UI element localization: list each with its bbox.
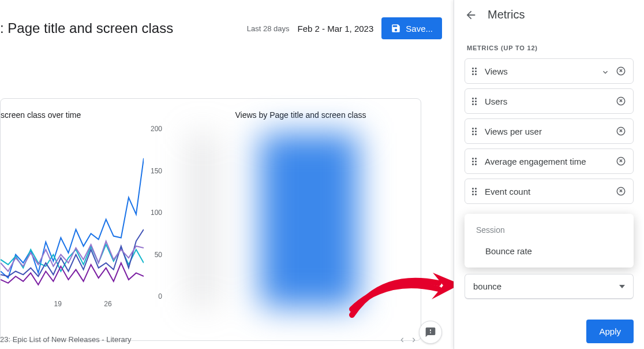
metric-chip[interactable]: Average engagement time	[465, 148, 634, 174]
drag-handle-icon[interactable]	[472, 157, 479, 165]
bar-chart-title: Views by Page title and screen class	[191, 110, 410, 120]
paginator: ‹ ›	[400, 333, 415, 346]
next-page-button[interactable]: ›	[412, 333, 415, 346]
metric-label: Event count	[485, 187, 610, 196]
save-button[interactable]: Save...	[381, 17, 442, 39]
drag-handle-icon[interactable]	[472, 97, 479, 105]
remove-metric-icon[interactable]	[616, 66, 626, 76]
remove-metric-icon[interactable]	[616, 96, 626, 106]
line-chart-title: screen class over time	[1, 110, 174, 120]
metric-list: ViewsUsersViews per userAverage engageme…	[454, 58, 644, 204]
save-icon	[391, 23, 401, 34]
date-range-label: Last 28 days	[247, 24, 290, 33]
x-axis-tick: 19	[54, 300, 62, 316]
y-axis-tick: 100	[151, 209, 162, 217]
report-header: : Page title and screen class Last 28 da…	[0, 0, 454, 57]
remove-metric-icon[interactable]	[616, 186, 626, 196]
chart-series-line	[1, 158, 144, 278]
remove-metric-icon[interactable]	[616, 126, 626, 136]
drag-handle-icon[interactable]	[472, 67, 479, 75]
date-range-value[interactable]: Feb 2 - Mar 1, 2023	[298, 24, 374, 34]
save-button-label: Save...	[406, 24, 433, 34]
remove-metric-icon[interactable]	[616, 156, 626, 166]
panel-subtitle: METRICS (UP TO 12)	[467, 44, 631, 51]
bar-chart-blurred	[191, 133, 387, 307]
metric-search-input[interactable]	[473, 281, 594, 291]
metric-label: Users	[485, 96, 610, 106]
suggestion-group-label: Session	[465, 222, 634, 238]
y-axis-tick: 200	[151, 125, 162, 133]
footer-row: 23: Epic List of New Releases - Literary…	[0, 330, 421, 349]
main-report-area: : Page title and screen class Last 28 da…	[0, 0, 454, 349]
drag-handle-icon[interactable]	[472, 127, 479, 135]
line-chart-svg	[1, 129, 144, 296]
y-axis-tick: 50	[155, 251, 162, 259]
chart-card: screen class over time 0501001502001926 …	[0, 98, 421, 341]
metric-label: Views	[485, 66, 595, 76]
metric-chip[interactable]: Views per user	[465, 118, 634, 144]
bar-chart-container: Views by Page title and screen class	[191, 110, 410, 129]
page-title: : Page title and screen class	[0, 20, 173, 36]
metric-chip[interactable]: Event count	[465, 179, 634, 204]
apply-button[interactable]: Apply	[586, 320, 634, 343]
back-arrow-icon[interactable]	[465, 9, 477, 21]
line-chart-container: screen class over time 0501001502001926	[1, 110, 174, 314]
suggestion-item-bounce-rate[interactable]: Bounce rate	[465, 238, 634, 264]
metric-suggestion-popover: Session Bounce rate	[465, 214, 634, 268]
x-axis-tick: 26	[104, 300, 111, 316]
metric-chip[interactable]: Users	[465, 88, 634, 114]
y-axis-tick: 150	[151, 167, 162, 175]
line-chart: 0501001502001926	[1, 129, 162, 314]
panel-header: Metrics	[454, 0, 644, 29]
metric-chip[interactable]: Views	[465, 58, 634, 84]
metrics-panel: Metrics METRICS (UP TO 12) ViewsUsersVie…	[454, 0, 644, 349]
chevron-down-icon	[619, 285, 625, 288]
metric-label: Views per user	[485, 127, 610, 136]
drag-handle-icon[interactable]	[472, 187, 479, 195]
metric-label: Average engagement time	[485, 157, 610, 166]
metric-search-field[interactable]	[465, 274, 634, 299]
sort-descending-icon	[601, 66, 610, 76]
header-controls: Last 28 days Feb 2 - Mar 1, 2023 Save...	[247, 17, 442, 39]
prev-page-button[interactable]: ‹	[400, 333, 404, 346]
panel-title: Metrics	[488, 8, 525, 21]
y-axis-tick: 0	[158, 292, 162, 300]
feedback-icon	[425, 326, 436, 338]
feedback-button[interactable]	[419, 321, 442, 344]
footer-caption: 23: Epic List of New Releases - Literary	[0, 335, 132, 344]
